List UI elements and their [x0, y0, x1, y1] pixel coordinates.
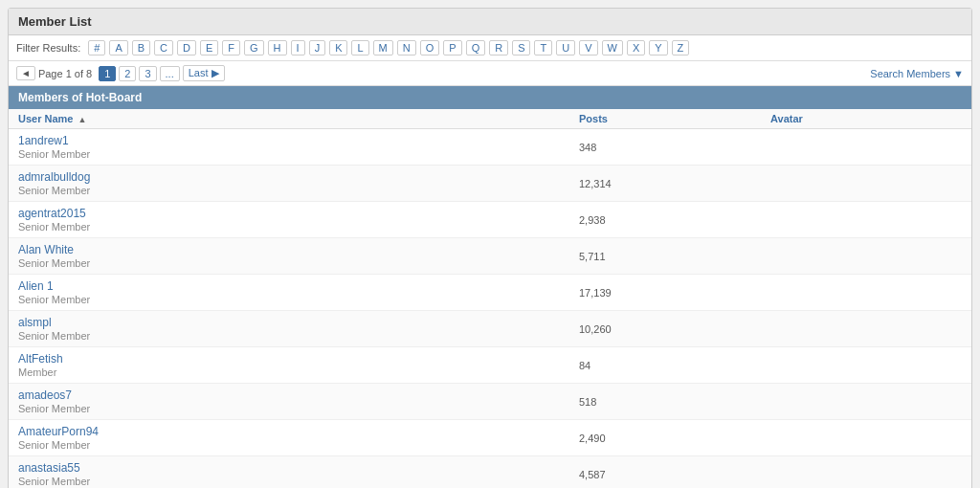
member-name-link[interactable]: agentrat2015 [18, 207, 579, 220]
member-role: Senior Member [18, 148, 579, 160]
column-header-posts[interactable]: Posts [579, 113, 770, 124]
member-list: 1andrew1 Senior Member 348 admralbulldog… [9, 129, 971, 488]
member-info: admralbulldog Senior Member [18, 170, 579, 196]
member-name-link[interactable]: alsmpl [18, 316, 579, 329]
member-info: AmateurPorn94 Senior Member [18, 425, 579, 451]
filter-letter-a[interactable]: A [109, 40, 127, 55]
member-info: anastasia55 Senior Member [18, 461, 579, 487]
last-page-button[interactable]: Last ▶ [183, 65, 225, 81]
member-role: Senior Member [18, 221, 579, 233]
filter-letter-g[interactable]: G [244, 40, 264, 55]
column-header-avatar[interactable]: Avatar [770, 113, 962, 124]
filter-letter-y[interactable]: Y [649, 40, 667, 55]
filter-letter-w[interactable]: W [602, 40, 623, 55]
filter-letter-c[interactable]: C [154, 40, 173, 55]
member-posts: 12,314 [579, 178, 770, 189]
table-row: agentrat2015 Senior Member 2,938 [9, 202, 971, 238]
member-posts: 518 [579, 396, 770, 408]
filter-letter-j[interactable]: J [309, 40, 326, 55]
member-role: Senior Member [18, 476, 579, 487]
filter-letter-s[interactable]: S [512, 40, 530, 55]
member-list-container: Member List Filter Results: # A B C D E … [8, 8, 972, 488]
member-name-link[interactable]: 1andrew1 [18, 134, 579, 147]
prev-page-button[interactable]: ◄ [16, 66, 35, 80]
filter-letter-o[interactable]: O [420, 40, 440, 55]
filter-letter-e[interactable]: E [200, 40, 218, 55]
member-info: AltFetish Member [18, 352, 579, 378]
table-row: Alan White Senior Member 5,711 [9, 238, 971, 275]
page-2-button[interactable]: 2 [119, 66, 136, 81]
member-role: Senior Member [18, 439, 579, 451]
filter-letter-z[interactable]: Z [672, 40, 690, 55]
filter-letter-q[interactable]: Q [466, 40, 486, 55]
member-role: Senior Member [18, 330, 579, 342]
page-ellipsis: ... [160, 66, 180, 81]
column-header-username[interactable]: User Name ▲ [18, 113, 579, 124]
member-posts: 5,711 [579, 251, 770, 262]
table-row: 1andrew1 Senior Member 348 [9, 129, 971, 166]
filter-letter-m[interactable]: M [373, 40, 393, 55]
member-role: Senior Member [18, 257, 579, 269]
table-row: AmateurPorn94 Senior Member 2,490 [9, 420, 971, 456]
member-role: Senior Member [18, 185, 579, 196]
filter-letter-u[interactable]: U [556, 40, 575, 55]
filter-letter-p[interactable]: P [443, 40, 461, 55]
page-title: Member List [9, 9, 971, 35]
member-posts: 2,938 [579, 214, 770, 226]
member-name-link[interactable]: admralbulldog [18, 170, 579, 184]
pagination-left: ◄ Page 1 of 8 1 2 3 ... Last ▶ [16, 65, 225, 81]
filter-bar: Filter Results: # A B C D E F G H I J K … [9, 35, 971, 61]
filter-letter-n[interactable]: N [397, 40, 416, 55]
section-header: Members of Hot-Board [9, 86, 971, 109]
table-row: AltFetish Member 84 [9, 347, 971, 384]
filter-letter-k[interactable]: K [329, 40, 347, 55]
page-3-button[interactable]: 3 [139, 66, 156, 81]
filter-letter-hash[interactable]: # [88, 40, 105, 55]
member-info: amadeos7 Senior Member [18, 388, 579, 414]
filter-letter-i[interactable]: I [291, 40, 305, 55]
member-posts: 2,490 [579, 433, 770, 444]
page-1-button[interactable]: 1 [99, 66, 116, 81]
member-name-link[interactable]: amadeos7 [18, 388, 579, 402]
filter-letter-v[interactable]: V [579, 40, 597, 55]
pagination-bar: ◄ Page 1 of 8 1 2 3 ... Last ▶ Search Me… [9, 61, 971, 86]
filter-letter-l[interactable]: L [351, 40, 368, 55]
member-role: Member [18, 366, 579, 378]
filter-letter-h[interactable]: H [268, 40, 287, 55]
table-row: anastasia55 Senior Member 4,587 [9, 456, 971, 488]
member-name-link[interactable]: AmateurPorn94 [18, 425, 579, 438]
member-posts: 84 [579, 360, 770, 371]
member-posts: 4,587 [579, 469, 770, 480]
table-row: admralbulldog Senior Member 12,314 [9, 166, 971, 202]
member-info: agentrat2015 Senior Member [18, 207, 579, 233]
filter-letter-r[interactable]: R [489, 40, 508, 55]
sort-arrow-icon: ▲ [78, 115, 87, 124]
member-name-link[interactable]: Alan White [18, 243, 579, 256]
member-posts: 348 [579, 142, 770, 153]
member-info: alsmpl Senior Member [18, 316, 579, 342]
member-name-link[interactable]: Alien 1 [18, 279, 579, 293]
table-header: User Name ▲ Posts Avatar [9, 109, 971, 129]
filter-letter-d[interactable]: D [177, 40, 196, 55]
member-posts: 10,260 [579, 323, 770, 335]
filter-letter-x[interactable]: X [627, 40, 645, 55]
filter-letter-b[interactable]: B [132, 40, 150, 55]
member-info: 1andrew1 Senior Member [18, 134, 579, 160]
table-row: Alien 1 Senior Member 17,139 [9, 275, 971, 311]
member-role: Senior Member [18, 403, 579, 414]
filter-label: Filter Results: [16, 42, 80, 54]
member-info: Alien 1 Senior Member [18, 279, 579, 305]
member-posts: 17,139 [579, 287, 770, 299]
table-row: amadeos7 Senior Member 518 [9, 384, 971, 420]
member-info: Alan White Senior Member [18, 243, 579, 269]
filter-letter-t[interactable]: T [534, 40, 552, 55]
member-name-link[interactable]: anastasia55 [18, 461, 579, 475]
search-members-dropdown[interactable]: Search Members ▼ [870, 68, 964, 79]
member-name-link[interactable]: AltFetish [18, 352, 579, 366]
member-role: Senior Member [18, 294, 579, 305]
table-row: alsmpl Senior Member 10,260 [9, 311, 971, 347]
filter-letter-f[interactable]: F [222, 40, 240, 55]
page-info: Page 1 of 8 [38, 68, 92, 79]
